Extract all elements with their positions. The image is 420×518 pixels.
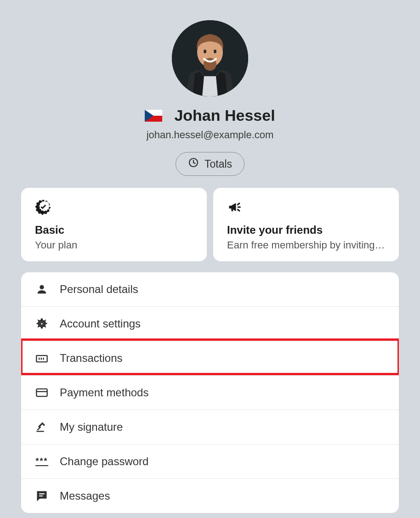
gear-icon <box>35 317 49 331</box>
credit-card-icon <box>35 386 49 400</box>
menu-label: My signature <box>60 421 123 434</box>
svg-rect-13 <box>36 389 47 396</box>
cards-row: Basic Your plan Invite your friends Earn… <box>21 188 399 261</box>
chat-icon <box>35 489 49 503</box>
menu-label: Change password <box>60 455 148 468</box>
flag-icon <box>145 110 162 122</box>
menu-label: Messages <box>60 490 110 502</box>
plan-card[interactable]: Basic Your plan <box>21 188 207 261</box>
banknote-icon <box>35 351 49 365</box>
verified-badge-icon <box>35 199 51 215</box>
menu-item-account-settings[interactable]: Account settings <box>21 307 399 341</box>
password-icon: *** <box>35 455 49 468</box>
plan-title: Basic <box>35 224 193 236</box>
menu-list: Personal details Account settings Transa… <box>21 272 399 513</box>
person-icon <box>35 282 49 296</box>
avatar <box>172 20 248 96</box>
menu-item-messages[interactable]: Messages <box>21 479 399 513</box>
invite-title: Invite your friends <box>227 224 385 236</box>
menu-item-payment-methods[interactable]: Payment methods <box>21 376 399 410</box>
totals-button[interactable]: Totals <box>176 152 244 176</box>
user-email: johan.hessel@example.com <box>147 129 274 141</box>
clock-icon <box>188 157 199 171</box>
svg-rect-15 <box>36 431 44 432</box>
svg-point-4 <box>214 50 216 53</box>
svg-point-3 <box>204 50 206 53</box>
invite-subtitle: Earn free membership by inviting y... <box>227 239 385 251</box>
totals-label: Totals <box>204 158 232 170</box>
megaphone-icon <box>227 199 244 215</box>
menu-label: Payment methods <box>60 386 148 399</box>
svg-point-8 <box>40 285 44 289</box>
gavel-icon <box>35 420 49 434</box>
menu-item-change-password[interactable]: *** Change password <box>21 445 399 479</box>
invite-card[interactable]: Invite your friends Earn free membership… <box>213 188 399 261</box>
profile-header: Johan Hessel johan.hessel@example.com To… <box>21 20 399 176</box>
menu-label: Personal details <box>60 283 138 296</box>
name-row: Johan Hessel <box>145 107 275 124</box>
menu-item-my-signature[interactable]: My signature <box>21 410 399 445</box>
menu-label: Account settings <box>60 317 141 330</box>
menu-label: Transactions <box>60 352 123 365</box>
menu-item-transactions[interactable]: Transactions <box>21 341 399 376</box>
menu-item-personal-details[interactable]: Personal details <box>21 272 399 307</box>
user-name: Johan Hessel <box>174 107 275 124</box>
plan-subtitle: Your plan <box>35 239 193 251</box>
